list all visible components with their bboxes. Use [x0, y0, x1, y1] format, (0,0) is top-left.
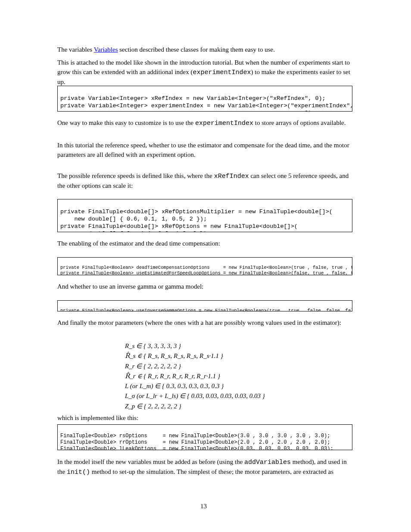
equation-rr-hat: R̂_r ∈ { R_r, R_r, R_r, R_r, R_r·1.1 } — [125, 371, 340, 381]
paragraph-tutorial-scope: In this tutorial the reference speed, wh… — [57, 141, 352, 160]
paragraph-ref-speeds: The possible reference speeds is defined… — [57, 171, 352, 191]
equation-rs: R_s ∈ { 3, 3, 3, 3, 3 } — [125, 341, 340, 351]
paragraph-experiment-usage: One way to make this easy to customize i… — [57, 118, 352, 128]
equation-rr: R_r ∈ { 2, 2, 2, 2, 2 } — [125, 361, 340, 371]
code-block-indices: private Variable<Integer> xRefIndex = ne… — [57, 86, 352, 112]
intro-prefix: The variables — [57, 46, 94, 53]
code-block-inverse-gamma: private FinalTuple<Boolean> useInverseGa… — [57, 300, 352, 311]
equation-block: R_s ∈ { 3, 3, 3, 3, 3 } R̂_s ∈ { R_s, R_… — [125, 341, 340, 411]
equation-zp: Z_p ∈ { 2, 2, 2, 2, 2 } — [125, 401, 340, 411]
intro-line: The variables Variables section describe… — [57, 45, 350, 55]
variables-link[interactable]: Variables — [94, 46, 118, 53]
paragraph-gamma-model: And whether to use an inverse gamma or g… — [57, 282, 352, 292]
page-number: 13 — [200, 502, 207, 511]
intro-suffix: section described these classes for maki… — [118, 46, 275, 53]
code-block-xref-options: private FinalTuple<double[]> xRefOptions… — [57, 199, 352, 232]
code-block-boolean-options: private FinalTuple<Boolean> deadTimeComp… — [57, 257, 352, 275]
equation-l: L (or L_m) ∈ { 0.3, 0.3, 0.3, 0.3, 0.3 } — [125, 381, 340, 391]
code-block-param-options: FinalTuple<Double> rsOptions = new Final… — [57, 424, 352, 450]
paragraph-estimator-enable: The enabling of the estimator and the de… — [57, 239, 352, 249]
paragraph-model-vars: In the model itself the new variables mu… — [57, 457, 352, 477]
paragraph-motor-params: And finally the motor parameters (where … — [57, 318, 352, 328]
paragraph-impl: which is implemented like this: — [57, 414, 352, 423]
equation-lsigma: L_σ (or L_lr + L_ls) ∈ { 0.03, 0.03, 0.0… — [125, 391, 340, 401]
equation-rs-hat: R̂_s ∈ { R_s, R_s, R_s, R_s, R_s·1.1 } — [125, 351, 340, 361]
paragraph-after-intro: This is attached to the model like shown… — [57, 58, 352, 87]
